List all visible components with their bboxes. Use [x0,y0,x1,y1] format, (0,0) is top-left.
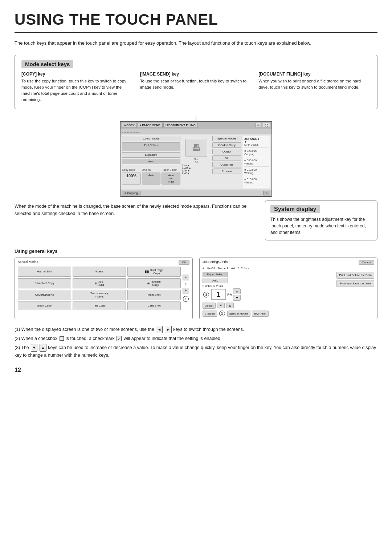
tp-home-btn[interactable]: ⌂ [263,191,270,195]
system-display-box: System display This shows the brightness… [265,200,377,240]
tp-tab-document-filing[interactable]: ☐ DOCUMENT FILING [163,123,198,128]
output-up-btn[interactable]: ▲ [226,303,234,308]
tp-2sided-copy-btn[interactable]: 2-Sided Copy [212,142,241,148]
mode-select-keys-section: Mode select keys [COPY] key To use the c… [15,55,377,109]
annotation-2: 2 [219,311,225,316]
copy-key-col: [COPY] key To use the copy function, tou… [21,72,134,103]
tp-mfp-status: MFP Status [244,143,269,146]
annotation-3: 3 [203,292,209,297]
transparency-inserts-btn[interactable]: TransparencyInserts [73,290,126,300]
job-settings-title: Job Settings / Print [203,260,228,265]
tp-tab-copy[interactable]: ⎈ COPY [122,123,137,128]
tp-status-item-1: ⎈ 020/015 Copying [244,149,269,157]
job-settings-header: Job Settings / Print Cancel [203,260,374,265]
js-bottom-row-2: 2-Sided 2 Special Modes B/W Print [203,311,334,317]
image-send-key-text: To use the scan or fax function, touch t… [140,78,252,91]
job-settings-size: A4 [231,267,235,270]
tp-auto-btn[interactable]: Auto [122,159,180,164]
document-filing-key-text: When you wish to print or send a file st… [258,78,371,91]
tp-status-item-3: ⎈ 010/000 Waiting [244,168,269,176]
touch-panel-diagram: ⎈ COPY ⎈ IMAGE SEND ☐ DOCUMENT FILING ⎋ … [15,116,377,197]
next-key-icon: ► [165,326,172,333]
tandem-copy-btn[interactable]: ⎈ TandemCopy [127,278,181,288]
card-shot-btn[interactable]: Card Shot [127,301,181,310]
bw-print-btn[interactable]: B/W Print [252,311,269,317]
print-save-btn[interactable]: Print and Save the Data [336,280,374,287]
prints-arrow-btns: ▲ ▼ [233,288,241,301]
tp-paper-select-btn[interactable]: AutoA4Plain [162,173,180,185]
checkmark-icon: ✓ [117,336,122,341]
erase-btn[interactable]: Erase [73,267,126,277]
tp-original-btn[interactable]: Auto [142,173,161,185]
below-diagram-section: When the mode of the machine is changed,… [15,200,377,240]
tp-colour-mode-btn[interactable]: Colour Mode [122,136,180,141]
image-send-key-col: [IMAGE SEND] key To use the scan or fax … [140,72,252,103]
paper-value-btn[interactable]: Auto [203,278,228,283]
2sided-btn[interactable]: 2-Sided [203,311,217,317]
book-copy-btn[interactable]: Book Copy [18,301,71,310]
tp-job-status-heading: Job Status [244,137,269,141]
covers-inserts-btn[interactable]: Covers/Inserts [18,290,71,300]
job-settings-name: Name 1 [218,267,228,270]
up-key-icon: ▲ [40,344,46,352]
tp-exposure-btn[interactable]: Exposure [122,152,180,158]
tab-copy-btn[interactable]: Tab Copy [73,301,126,310]
prints-up-btn[interactable]: ▲ [233,288,241,294]
special-modes-btn-js[interactable]: Special Modes [227,311,250,317]
tp-tab-image-send[interactable]: ⎈ IMAGE SEND [138,123,163,128]
tp-output-btn[interactable]: Output [212,149,241,154]
tp-copying-btn[interactable]: ⎈ Copying [122,191,140,195]
job-settings-body: Paper Select Auto Number of Prints 3 1 (… [203,272,374,317]
special-modes-grid-row: Margin Shift Erase ▮▮ Dual PageCopy Pamp… [18,267,189,310]
tp-full-colour-btn[interactable]: Full Colour............ [122,142,180,151]
prints-max: (99) [227,293,232,296]
below-left-text: When the mode of the machine is changed,… [15,200,258,217]
tp-body: Colour Mode Full Colour............ Expo… [121,134,271,190]
paper-select-label: Paper Select [203,272,228,277]
scroll-down-btn[interactable]: + [183,288,189,293]
special-modes-ok-btn[interactable]: OK [179,260,189,265]
tp-tab-bar: ⎈ COPY ⎈ IMAGE SEND ☐ DOCUMENT FILING ⎋ … [121,122,271,129]
general-keys-section: Using general keys Special Modes OK Marg… [15,248,377,319]
tp-bottom-bar: ⎈ Copying ⌂ [121,190,271,196]
multi-shot-btn[interactable]: Multi Shot [127,290,181,300]
scroll-buttons: + 12 + 1 [182,267,189,310]
down-key-icon: ▼ [31,344,38,352]
dual-page-copy-btn[interactable]: ▮▮ Dual PageCopy [127,267,181,277]
prints-value-display[interactable]: 1 [211,289,226,300]
prev-key-icon: ◄ [156,326,163,333]
system-display-text: This shows the brightness adjustment key… [270,216,372,236]
scroll-up-btn[interactable]: + [183,275,189,280]
special-modes-panel: Special Modes OK Margin Shift Erase ▮▮ D… [15,258,193,319]
tp-status-col: Job Status ▼ MFP Status ⎈ 020/015 Copyin… [243,136,270,188]
footnote-3: (3) The ▼ ▲ keys can be used to increase… [15,344,377,360]
footnotes: (1) When the displayed screen is one of … [15,326,377,360]
output-down-btn[interactable]: ▼ [217,303,225,308]
pamphlet-copy-btn[interactable]: Pamphlet Copy [18,278,71,288]
job-settings-colour: F. Colour [238,267,249,270]
special-modes-title: Special Modes [18,260,38,265]
js-right: Print and Delete the Data Print and Save… [336,272,374,287]
tp-copy-ratio-btn[interactable]: 100% [122,173,141,185]
tp-special-modes-btn[interactable]: Special Modes [212,136,241,141]
copy-key-title: [COPY] key [21,72,134,77]
tp-file-btn[interactable]: File [212,155,241,161]
job-settings-file: file-01 [207,267,215,270]
output-btn[interactable]: Output [203,303,216,309]
tp-mid-col: 🖶 PlainA4 1. A4 ■ 2. A45 ■ 3. B4 ■ 4. A3… [182,136,211,188]
tp-status-item-2: ⎈ 085/000 Waiting [244,159,269,167]
tp-preview-btn[interactable]: Preview [212,169,241,174]
system-display-heading: System display [270,205,320,213]
job-settings-file-row: ⎈ file-01 Name 1 A4 F. Colour [203,267,374,270]
tp-quick-file-btn[interactable]: Quick File [212,162,241,167]
touch-panel-sim: ⎈ COPY ⎈ IMAGE SEND ☐ DOCUMENT FILING ⎋ … [120,121,272,197]
job-settings-cancel-btn[interactable]: Cancel [359,260,374,265]
keys-grid: [COPY] key To use the copy function, tou… [21,72,371,103]
prints-down-btn[interactable]: ▼ [233,295,241,301]
js-left: Paper Select Auto Number of Prints 3 1 (… [203,272,334,317]
print-delete-btn[interactable]: Print and Delete the Data [336,272,374,279]
general-keys-panels: Special Modes OK Margin Shift Erase ▮▮ D… [15,258,377,319]
margin-shift-btn[interactable]: Margin Shift [18,267,71,277]
tp-right-col: Special Modes 2-Sided Copy Output File Q… [212,136,241,188]
job-build-btn[interactable]: ⎈ JobBuild [73,278,126,288]
